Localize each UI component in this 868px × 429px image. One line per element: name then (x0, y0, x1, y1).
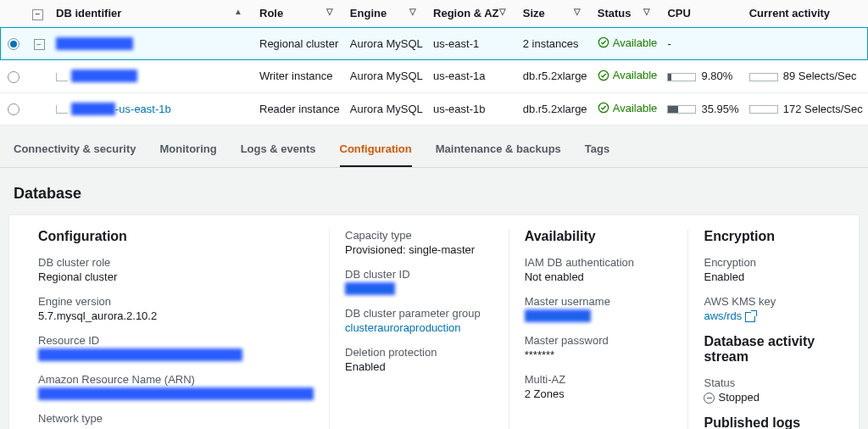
encryption-heading: Encryption (704, 229, 830, 244)
col-header-id[interactable]: DB identifier▲ (51, 0, 254, 27)
cell-engine: Aurora MySQL (345, 60, 428, 93)
cell-cpu: 9.80% (662, 60, 743, 93)
db-instances-table: − DB identifier▲ Role▽ Engine▽ Region & … (0, 0, 868, 125)
sort-asc-icon: ▲ (234, 7, 242, 16)
row-select-radio[interactable] (8, 38, 19, 50)
cell-status: Available (593, 92, 663, 125)
row-select-radio[interactable] (8, 103, 19, 115)
col-header-size[interactable]: Size▽ (518, 0, 593, 27)
engine-version-value: 5.7.mysql_aurora.2.10.2 (38, 309, 314, 322)
col-capacity: Capacity typeProvisioned: single-master … (330, 229, 509, 429)
table-row[interactable]: xxxxxxxx-us-east-1bReader instanceAurora… (0, 92, 868, 125)
cell-engine: Aurora MySQL (345, 27, 428, 60)
engine-version-label: Engine version (38, 295, 314, 308)
detail-title: Database (14, 185, 860, 203)
encryption-value: Enabled (704, 270, 830, 283)
published-logs-heading: Published logs (704, 415, 830, 429)
tab-monitoring[interactable]: Monitoring (160, 134, 217, 167)
db-identifier-link[interactable]: xxxxxxxxxxxxxx (56, 37, 133, 50)
configuration-heading: Configuration (38, 229, 314, 244)
capacity-type-label: Capacity type (345, 229, 493, 242)
cell-size: 2 instances (518, 27, 593, 60)
cell-role: Regional cluster (254, 27, 345, 60)
status-ok-icon (598, 36, 609, 48)
detail-pane: Database Configuration DB cluster roleRe… (0, 168, 868, 429)
filter-icon: ▽ (409, 7, 416, 16)
status-ok-icon (598, 102, 609, 114)
table-row[interactable]: −xxxxxxxxxxxxxxRegional clusterAurora My… (0, 27, 868, 60)
expand-all-toggle-icon[interactable]: − (32, 9, 43, 20)
tab-connectivity-security[interactable]: Connectivity & security (14, 134, 136, 167)
kms-key-link[interactable]: aws/rds (704, 309, 742, 322)
deletion-protection-value: Enabled (345, 360, 493, 373)
col-availability: Availability IAM DB authenticationNot en… (509, 229, 689, 429)
cpu-bar (667, 73, 696, 81)
cell-cpu: 35.95% (662, 92, 743, 125)
cell-activity: 89 Selects/Sec (744, 60, 868, 93)
cell-role: Reader instance (254, 92, 345, 125)
deletion-protection-label: Deletion protection (345, 346, 493, 359)
row-expand-toggle-icon[interactable]: − (34, 39, 45, 50)
activity-bar (749, 105, 778, 114)
cluster-id-value[interactable]: xxxxxxxxx (345, 282, 395, 295)
db-cluster-role-label: DB cluster role (38, 256, 314, 269)
col-header-role[interactable]: Role▽ (254, 0, 345, 27)
filter-icon: ▽ (499, 7, 506, 16)
detail-panel: Configuration DB cluster roleRegional cl… (8, 214, 860, 429)
encryption-label: Encryption (704, 256, 830, 269)
tab-configuration[interactable]: Configuration (340, 134, 412, 167)
multi-az-label: Multi-AZ (525, 373, 673, 386)
tab-tags[interactable]: Tags (585, 134, 609, 167)
cell-region: us-east-1a (428, 60, 518, 93)
status-ok-icon (598, 70, 609, 81)
cell-activity: 172 Selects/Sec (744, 92, 868, 125)
master-password-label: Master password (525, 334, 673, 347)
arn-label: Amazon Resource Name (ARN) (38, 373, 314, 386)
cell-role: Writer instance (254, 60, 345, 93)
param-group-link[interactable]: clusterauroraproduction (345, 321, 461, 334)
param-group-label: DB cluster parameter group (345, 307, 493, 320)
db-identifier-link[interactable]: xxxxxxxx-us-east-1b (71, 103, 171, 115)
activity-status-label: Status (704, 376, 830, 389)
col-header-activity[interactable]: Current activity (744, 0, 868, 27)
col-header-engine[interactable]: Engine▽ (345, 0, 428, 27)
col-header-region[interactable]: Region & AZ▽ (428, 0, 518, 27)
activity-bar (749, 73, 778, 81)
expand-all-column[interactable]: − (27, 0, 51, 27)
multi-az-value: 2 Zones (525, 387, 673, 400)
cell-size: db.r5.2xlarge (518, 92, 593, 125)
tab-logs-events[interactable]: Logs & events (241, 134, 316, 167)
cell-status: Available (593, 27, 663, 60)
network-type-label: Network type (38, 412, 314, 425)
row-select-radio[interactable] (8, 71, 19, 83)
col-encryption: Encryption EncryptionEnabled AWS KMS key… (688, 229, 845, 429)
cell-size: db.r5.2xlarge (518, 60, 593, 93)
detail-tabs: Connectivity & securityMonitoringLogs & … (0, 125, 868, 168)
kms-key-label: AWS KMS key (704, 295, 830, 308)
table-row[interactable]: xxxxxxxxxxxxWriter instanceAurora MySQLu… (0, 60, 868, 93)
iam-auth-value: Not enabled (525, 270, 673, 283)
cluster-id-label: DB cluster ID (345, 268, 493, 281)
cell-region: us-east-1b (428, 92, 518, 125)
cell-engine: Aurora MySQL (345, 92, 428, 125)
arn-value: xxxxxxxxxxxxxxxxxxxxxxxxxxxxxxxxxxxxxxxx… (38, 387, 314, 400)
cell-region: us-east-1 (428, 27, 518, 60)
filter-icon: ▽ (326, 7, 333, 16)
availability-heading: Availability (525, 229, 673, 244)
db-cluster-role-value: Regional cluster (38, 270, 314, 283)
iam-auth-label: IAM DB authentication (525, 256, 673, 269)
cell-activity (744, 27, 868, 60)
master-password-value: ******* (525, 348, 673, 361)
db-identifier-link[interactable]: xxxxxxxxxxxx (71, 70, 137, 82)
filter-icon: ▽ (574, 7, 581, 16)
cell-status: Available (593, 60, 663, 93)
resource-id-value: xxxxxxxxxxxxxxxxxxxxxxxxxxxxxxxxxxxxx (38, 348, 242, 361)
cpu-bar (667, 105, 696, 114)
activity-status-value: Stopped (704, 391, 830, 404)
capacity-type-value: Provisioned: single-master (345, 243, 493, 256)
col-header-cpu[interactable]: CPU (662, 0, 743, 27)
resource-id-label: Resource ID (38, 334, 314, 347)
col-header-status[interactable]: Status▽ (593, 0, 663, 27)
master-user-label: Master username (525, 295, 673, 308)
tab-maintenance-backups[interactable]: Maintenance & backups (436, 134, 561, 167)
